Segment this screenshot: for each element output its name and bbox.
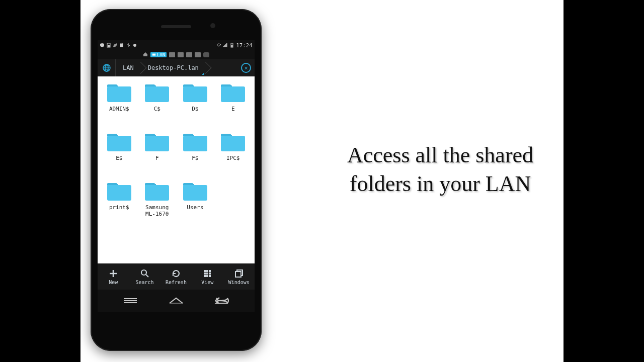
- svg-rect-6: [225, 44, 226, 47]
- plus-icon: [108, 268, 118, 279]
- folder-item[interactable]: D$: [177, 81, 214, 128]
- windows-button[interactable]: Windows: [225, 268, 253, 285]
- folder-item[interactable]: F: [139, 131, 176, 177]
- phone-speaker: [161, 25, 191, 28]
- svg-rect-37: [206, 270, 208, 272]
- folder-item[interactable]: print$: [101, 180, 138, 226]
- home-tab-icon[interactable]: [143, 52, 148, 58]
- nav-back-button[interactable]: [210, 295, 233, 306]
- phone-camera: [210, 23, 215, 28]
- svg-rect-18: [183, 86, 207, 102]
- folder-item[interactable]: F$: [177, 131, 214, 177]
- tab-item[interactable]: [186, 52, 192, 57]
- signal-icon: [223, 43, 228, 48]
- nav-menu-button[interactable]: [119, 295, 142, 306]
- svg-point-3: [133, 44, 136, 47]
- promo-text: Access all the shared folders in your LA…: [322, 141, 558, 198]
- svg-rect-30: [107, 185, 131, 201]
- svg-rect-39: [204, 273, 206, 275]
- battery-icon: [106, 43, 111, 48]
- folder-label: D$: [178, 106, 212, 112]
- grid-icon: [202, 268, 212, 279]
- folder-label: E: [216, 106, 250, 112]
- svg-rect-32: [145, 185, 169, 201]
- folder-label: F$: [178, 155, 212, 161]
- folder-label: IPC$: [216, 155, 250, 161]
- search-button[interactable]: Search: [131, 268, 159, 285]
- svg-rect-28: [221, 136, 245, 151]
- folder-item[interactable]: IPC$: [215, 131, 252, 177]
- android-status-bar: 17:24: [98, 40, 255, 50]
- wifi-icon: [216, 43, 221, 48]
- folder-label: print$: [102, 204, 136, 211]
- breadcrumb-bar: LAN Desktop-PC.lan ✕: [98, 59, 255, 76]
- svg-rect-20: [221, 86, 245, 102]
- view-button[interactable]: View: [193, 268, 221, 285]
- network-root-button[interactable]: [98, 59, 116, 76]
- tab-item[interactable]: [178, 52, 184, 57]
- refresh-icon: [171, 268, 181, 279]
- svg-rect-16: [145, 86, 169, 102]
- folder-label: ADMIN$: [102, 106, 136, 112]
- android-nav-bar: [98, 290, 255, 312]
- close-icon: ✕: [241, 63, 251, 73]
- svg-rect-26: [183, 136, 207, 151]
- close-tab-button[interactable]: ✕: [237, 59, 255, 76]
- svg-rect-5: [224, 45, 225, 47]
- folder-item[interactable]: Users: [177, 180, 214, 226]
- search-icon: [140, 268, 150, 279]
- nav-home-button[interactable]: [165, 295, 188, 306]
- folder-item[interactable]: E: [215, 81, 252, 128]
- svg-rect-36: [204, 270, 206, 272]
- svg-rect-38: [209, 270, 211, 272]
- shield-icon: [100, 43, 105, 48]
- folder-item[interactable]: C$: [139, 81, 176, 128]
- svg-rect-10: [152, 54, 155, 56]
- new-button[interactable]: New: [99, 268, 127, 285]
- breadcrumb-item[interactable]: LAN: [116, 59, 141, 76]
- svg-rect-43: [206, 275, 208, 277]
- svg-rect-4: [223, 46, 224, 47]
- folder-grid: ADMIN$ C$ D$ E E$ F F$ IPC$ print$ Samsu…: [98, 76, 255, 263]
- svg-rect-1: [108, 45, 110, 47]
- folder-label: F: [140, 155, 174, 161]
- svg-rect-44: [209, 275, 211, 277]
- folder-item[interactable]: Samsung ML-1670: [139, 180, 176, 226]
- svg-rect-7: [226, 43, 227, 47]
- usb-icon: [126, 43, 131, 48]
- breadcrumb-item-current[interactable]: Desktop-PC.lan: [141, 59, 206, 76]
- bottom-toolbar: New Search Refresh View Windows: [98, 263, 255, 290]
- folder-label: Users: [178, 204, 212, 211]
- folder-item[interactable]: E$: [101, 131, 138, 177]
- android-icon: [132, 43, 137, 48]
- svg-rect-34: [183, 185, 207, 201]
- svg-point-35: [141, 270, 146, 275]
- tab-item[interactable]: [203, 52, 209, 57]
- folder-label: Samsung ML-1670: [140, 204, 174, 217]
- refresh-button[interactable]: Refresh: [162, 268, 190, 285]
- svg-rect-24: [145, 136, 169, 151]
- dropdown-corner-icon: [202, 72, 204, 75]
- svg-rect-2: [120, 44, 123, 47]
- svg-rect-22: [107, 136, 131, 151]
- svg-rect-9: [231, 45, 233, 47]
- folder-label: C$: [140, 106, 174, 112]
- svg-rect-41: [209, 273, 211, 275]
- battery-level-icon: [229, 43, 234, 48]
- leaf-icon: [113, 43, 118, 48]
- folder-label: E$: [102, 155, 136, 161]
- svg-rect-46: [235, 272, 241, 277]
- svg-rect-40: [206, 273, 208, 275]
- tab-item[interactable]: [169, 52, 175, 57]
- phone-frame: 17:24 LAN: [91, 9, 262, 351]
- tab-lan-active[interactable]: LAN: [150, 52, 167, 57]
- tab-item[interactable]: [195, 52, 201, 57]
- phone-screen: 17:24 LAN: [98, 40, 255, 312]
- svg-rect-42: [204, 275, 206, 277]
- windows-icon: [234, 268, 244, 279]
- folder-item[interactable]: ADMIN$: [101, 81, 138, 128]
- status-time: 17:24: [236, 43, 253, 48]
- svg-rect-14: [107, 86, 131, 102]
- bag-icon: [119, 43, 124, 48]
- app-tabs-bar: LAN: [98, 50, 255, 59]
